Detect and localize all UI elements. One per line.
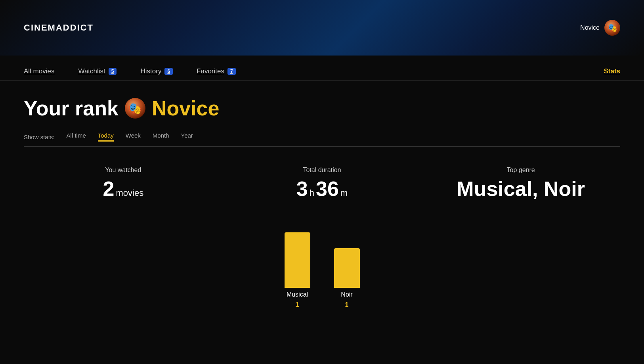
user-avatar[interactable]: 🎭 (604, 20, 620, 36)
favorites-badge: 7 (227, 68, 236, 75)
top-genre-value: Musical, Noir (457, 177, 585, 201)
stats-filter: Show stats: All time Today Week Month Ye… (24, 132, 620, 142)
rank-avatar: 🎭 (125, 98, 145, 119)
navigation: All movies Watchlist 5 History 6 Favorit… (0, 67, 644, 80)
filter-options: All time Today Week Month Year (67, 132, 193, 142)
watched-label: You watched (105, 167, 141, 174)
noir-bar (334, 248, 360, 288)
rank-name: Novice (152, 96, 220, 120)
user-name: Novice (580, 24, 600, 31)
duration-card: Total duration 3 h 36 m (223, 167, 422, 201)
duration-label: Total duration (303, 167, 341, 174)
nav-history[interactable]: History 6 (140, 67, 173, 75)
duration-hours: 3 (296, 177, 308, 201)
rank-section: Your rank 🎭 Novice (24, 96, 620, 120)
stats-cards: You watched 2 movies Total duration 3 h … (24, 167, 620, 201)
top-genre-label: Top genre (507, 167, 535, 174)
duration-value: 3 h 36 m (296, 177, 348, 201)
filter-all-time[interactable]: All time (67, 132, 86, 142)
watched-card: You watched 2 movies (24, 167, 223, 201)
genre-chart: Musical 1 Noir 1 (24, 224, 620, 308)
main-content: Your rank 🎭 Novice Show stats: All time … (0, 80, 644, 324)
top-genre-card: Top genre Musical, Noir (421, 167, 620, 201)
duration-minutes: 36 (316, 177, 339, 201)
nav-favorites[interactable]: Favorites 7 (197, 67, 236, 75)
watched-value: 2 movies (103, 177, 144, 201)
noir-label: Noir (341, 291, 352, 298)
show-stats-label: Show stats: (24, 134, 55, 140)
minutes-unit: m (340, 188, 348, 198)
musical-count: 1 (296, 301, 299, 308)
filter-today[interactable]: Today (98, 132, 114, 142)
nav-links: All movies Watchlist 5 History 6 Favorit… (24, 67, 236, 75)
hours-unit: h (310, 188, 314, 198)
filter-month[interactable]: Month (153, 132, 169, 142)
header-banner: CINEMADDICT Novice 🎭 (0, 0, 644, 56)
musical-label: Musical (287, 291, 308, 298)
genre-bar-noir: Noir 1 (334, 248, 360, 308)
watched-count: 2 (103, 177, 115, 201)
filter-divider (24, 146, 620, 147)
musical-bar (285, 232, 310, 288)
your-rank-label: Your rank (24, 96, 118, 120)
watchlist-badge: 5 (109, 68, 117, 75)
genre-bar-musical: Musical 1 (285, 232, 310, 308)
noir-count: 1 (345, 301, 349, 308)
nav-stats[interactable]: Stats (604, 67, 620, 75)
nav-all-movies[interactable]: All movies (24, 67, 54, 75)
filter-week[interactable]: Week (126, 132, 141, 142)
header-right: Novice 🎭 (580, 20, 620, 36)
top-genre-text: Musical, Noir (457, 177, 585, 201)
filter-year[interactable]: Year (181, 132, 193, 142)
app-logo: CINEMADDICT (24, 23, 94, 33)
nav-watchlist[interactable]: Watchlist 5 (78, 67, 117, 75)
history-badge: 6 (164, 68, 173, 75)
watched-unit: movies (116, 188, 143, 198)
